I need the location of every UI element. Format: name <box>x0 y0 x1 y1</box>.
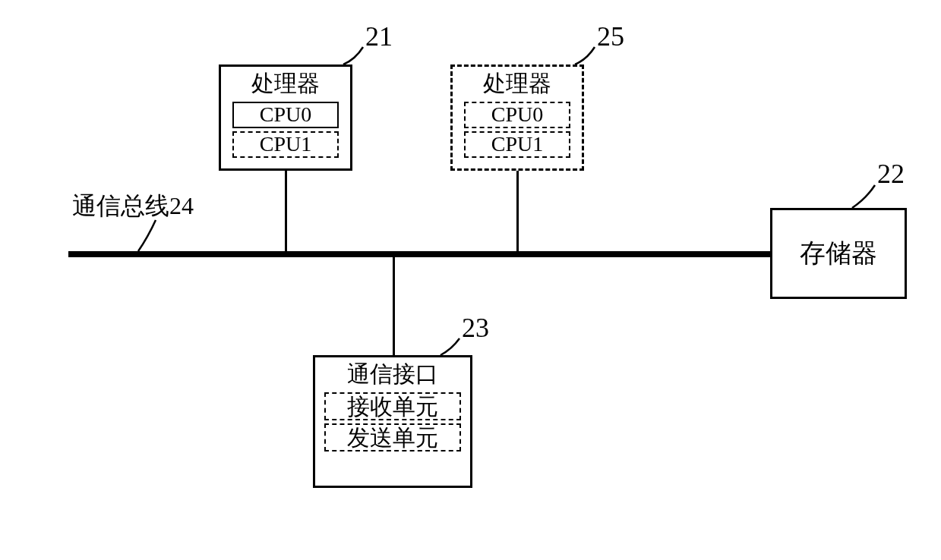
memory-22-block: 存储器 <box>770 208 907 299</box>
comm-interface-23-tx: 发送单元 <box>324 423 461 451</box>
processor-21-block: 处理器 CPU0 CPU1 <box>219 64 352 171</box>
ref-num-22: 22 <box>877 158 905 190</box>
processor-25-cpu0: CPU0 <box>464 102 570 128</box>
processor-25-block: 处理器 CPU0 CPU1 <box>450 64 584 171</box>
memory-22-title: 存储器 <box>800 238 877 269</box>
ref-num-25: 25 <box>597 20 624 52</box>
ref-num-21: 21 <box>365 20 393 52</box>
processor-25-cpu1: CPU1 <box>464 131 570 158</box>
connector-proc21-to-bus <box>285 171 287 253</box>
diagram-canvas: 处理器 CPU0 CPU1 处理器 CPU0 CPU1 存储器 通信接口 接收单… <box>0 0 941 560</box>
connector-proc25-to-bus <box>516 171 519 253</box>
bus-label: 通信总线24 <box>72 190 194 223</box>
processor-21-title: 处理器 <box>221 67 350 99</box>
processor-25-title: 处理器 <box>453 67 582 99</box>
comm-interface-23-rx: 接收单元 <box>324 392 461 420</box>
processor-21-cpu1: CPU1 <box>232 131 339 158</box>
comm-interface-23-block: 通信接口 接收单元 发送单元 <box>313 355 472 488</box>
communication-bus-line <box>68 251 770 257</box>
connector-bus-to-comm23 <box>393 256 395 355</box>
ref-num-23: 23 <box>462 312 489 344</box>
comm-interface-23-title: 通信接口 <box>315 357 470 389</box>
processor-21-cpu0: CPU0 <box>232 102 339 128</box>
